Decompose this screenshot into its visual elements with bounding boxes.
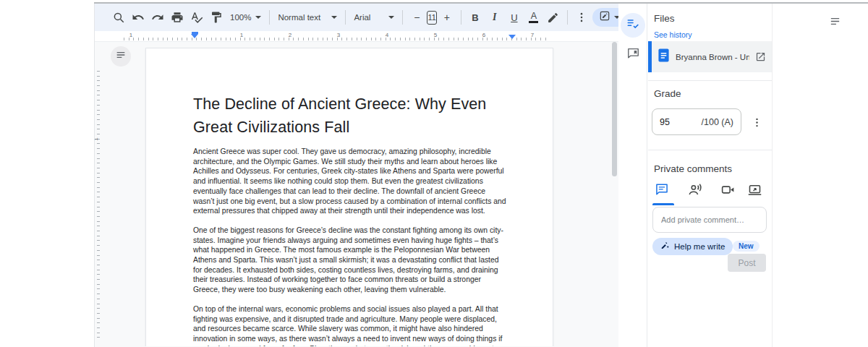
- vertical-ruler-number: 1: [95, 137, 99, 140]
- grade-input-box[interactable]: /100 (A): [652, 108, 741, 135]
- document-canvas: 1 The Decline of Ancient Greece: Why Eve…: [95, 42, 618, 346]
- section-divider: [648, 80, 772, 81]
- spelling-check-button[interactable]: [187, 8, 206, 27]
- post-button[interactable]: Post: [728, 254, 766, 272]
- screen-recording-tab[interactable]: [746, 182, 763, 200]
- paragraph-style-select[interactable]: Normal text: [274, 8, 341, 27]
- spellcheck-icon: [190, 11, 203, 24]
- decrease-font-size-button[interactable]: −: [407, 8, 426, 27]
- grade-value-input[interactable]: [660, 117, 687, 127]
- horizontal-ruler: 1 1 2 3 4 5 6 7: [95, 31, 618, 42]
- caret-icon: [255, 16, 261, 19]
- caret-icon: [388, 16, 394, 19]
- toolbar-divider: [269, 10, 270, 25]
- private-comment-input[interactable]: [652, 207, 767, 233]
- paint-format-button[interactable]: [207, 8, 226, 27]
- comment-icon: [655, 182, 669, 200]
- underline-button[interactable]: U: [505, 8, 524, 27]
- help-me-write-button[interactable]: Help me write: [652, 238, 733, 255]
- highlighter-pen-icon: [547, 12, 559, 24]
- comment-bank-icon: [626, 46, 640, 63]
- see-history-link[interactable]: See history: [654, 30, 692, 39]
- document-page[interactable]: The Decline of Ancient Greece: Why Even …: [145, 48, 553, 346]
- zoom-value: 100%: [230, 13, 251, 22]
- left-indent-marker[interactable]: [191, 32, 198, 38]
- file-name: Bryanna Brown - Unti…: [676, 53, 749, 61]
- video-comment-tab[interactable]: [719, 182, 736, 200]
- docs-toolbar: 100% Normal text Arial − 11 + B I U A: [95, 4, 618, 31]
- document-paragraph[interactable]: On top of the internal wars, economic pr…: [193, 304, 506, 346]
- panel-right-divider: [772, 4, 773, 347]
- ruler-number: 1: [129, 32, 132, 38]
- voice-comment-tab[interactable]: [686, 182, 704, 200]
- ruler-number: 5: [434, 32, 437, 38]
- ruler-number: 2: [289, 32, 292, 38]
- highlight-color-button[interactable]: [544, 8, 563, 27]
- grade-header: Grade: [654, 88, 681, 99]
- paragraph-style-value: Normal text: [278, 13, 320, 22]
- ruler-number: 7: [531, 32, 534, 38]
- left-indent-triangle: [191, 34, 198, 38]
- vertical-ruler: [97, 71, 100, 338]
- outline-icon: [115, 49, 127, 64]
- panel-menu-icon[interactable]: [827, 13, 843, 29]
- grade-denominator: /100 (A): [702, 117, 733, 127]
- search-icon: [112, 11, 125, 24]
- doc-file-icon: [658, 48, 670, 65]
- document-outline-button[interactable]: [111, 46, 131, 67]
- font-size-input[interactable]: 11: [427, 11, 436, 25]
- document-title-text[interactable]: The Decline of Ancient Greece: Why Even …: [193, 93, 506, 139]
- undo-button[interactable]: [129, 8, 148, 27]
- grading-panel: Files See history Bryanna Brown - Unti… …: [618, 4, 868, 347]
- student-file-row[interactable]: Bryanna Brown - Unti…: [648, 41, 772, 72]
- toolbar-divider: [461, 10, 461, 25]
- toolbar-divider: [567, 10, 568, 25]
- grading-fact-check-icon: [626, 17, 640, 34]
- toolbar-divider: [402, 10, 403, 25]
- section-divider: [648, 150, 772, 150]
- ruler-number: 6: [482, 32, 485, 38]
- comment-bank-tab-button[interactable]: [624, 46, 642, 63]
- text-color-letter: A: [531, 12, 537, 21]
- ruler-number: 1: [240, 32, 243, 38]
- redo-button[interactable]: [148, 8, 167, 27]
- bold-button[interactable]: B: [466, 8, 485, 27]
- redo-icon: [151, 11, 164, 24]
- right-indent-marker[interactable]: [509, 35, 516, 39]
- document-scrollbar[interactable]: [612, 42, 617, 176]
- text-color-button[interactable]: A: [524, 8, 543, 27]
- new-badge: New: [733, 241, 760, 252]
- increase-font-size-button[interactable]: +: [438, 8, 456, 27]
- panel-icon-strip: [618, 4, 647, 347]
- text-comment-tab[interactable]: [653, 182, 671, 200]
- private-comments-header: Private comments: [654, 163, 732, 174]
- comment-type-tabs: [648, 182, 772, 202]
- help-me-write-label: Help me write: [674, 242, 725, 251]
- editing-mode-icon: [599, 10, 610, 25]
- ruler-number: 4: [386, 32, 388, 38]
- undo-icon: [132, 11, 145, 24]
- screen-share-icon: [747, 182, 762, 200]
- grading-tab-button[interactable]: [621, 13, 645, 38]
- more-toolbar-options-button[interactable]: [572, 8, 591, 27]
- more-vert-icon: [575, 11, 588, 24]
- caret-icon: [331, 16, 337, 19]
- zoom-select[interactable]: 100%: [226, 8, 265, 27]
- pencil-spark-icon: [660, 241, 671, 252]
- document-body: The Decline of Ancient Greece: Why Even …: [146, 48, 553, 346]
- text-color-bar: [529, 21, 538, 23]
- print-button[interactable]: [168, 8, 187, 27]
- search-menus-button[interactable]: [109, 8, 128, 27]
- document-paragraph[interactable]: Ancient Greece was super cool. They gave…: [193, 147, 506, 216]
- videocam-icon: [720, 182, 736, 200]
- paint-format-icon: [210, 11, 223, 24]
- grade-more-options-button[interactable]: [749, 115, 764, 129]
- italic-button[interactable]: I: [485, 8, 504, 27]
- docs-editor-region: 100% Normal text Arial − 11 + B I U A: [94, 4, 618, 347]
- open-in-new-icon[interactable]: [755, 51, 766, 62]
- files-header: Files: [654, 13, 675, 24]
- font-family-select[interactable]: Arial: [350, 8, 398, 27]
- font-family-value: Arial: [354, 13, 370, 22]
- right-indent-triangle: [509, 35, 516, 39]
- document-paragraph[interactable]: One of the biggest reasons for Greece’s …: [193, 226, 506, 295]
